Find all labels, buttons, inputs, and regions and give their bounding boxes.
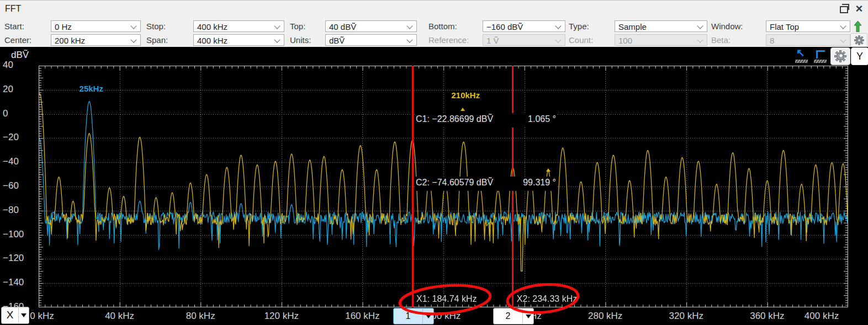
chevron-down-icon (840, 23, 846, 29)
combo-value: dBṼ (329, 36, 345, 45)
y-tick-label: −40 (3, 156, 36, 167)
c2-phase-readout: 99.319 ° (507, 178, 556, 188)
field-label-start: Start: (4, 20, 24, 33)
flag-cursor-icon (816, 50, 825, 58)
field-label-span: Span: (146, 34, 168, 46)
field-label-stop: Stop: (146, 20, 166, 33)
arrow-up-left-icon: ↖ (796, 46, 805, 59)
combo-value: 0 Hz (55, 22, 72, 31)
combo-start[interactable]: 0 Hz (51, 20, 141, 32)
cursor-flag-tool-icon[interactable] (813, 48, 828, 65)
combo-bottom[interactable]: −160 dBṼ (483, 20, 565, 32)
chevron-down-icon (130, 23, 136, 29)
dropdown-arrow[interactable] (523, 308, 533, 324)
x-tick-label: 80 kHz (174, 311, 227, 321)
combo-value: 100 (618, 36, 632, 45)
cursor-chip-2[interactable]: 2 (493, 308, 534, 324)
chevron-down-icon (274, 36, 280, 42)
combo-type[interactable]: Sample (615, 20, 707, 32)
combo-span[interactable]: 400 kHz (193, 34, 284, 46)
combo-count[interactable]: 100 (615, 34, 707, 46)
titlebar: FFT × (0, 1, 868, 18)
c2-amplitude-readout: C2: −74.60579 dBṼ (416, 178, 493, 188)
close-window-button[interactable]: × (853, 3, 866, 14)
window-title: FFT (5, 4, 21, 14)
ruler-bar-icon (814, 60, 827, 63)
cursor-chip-1[interactable]: 1 (393, 308, 434, 324)
peak-frequency-label: 210kHz (432, 90, 499, 100)
combo-units[interactable]: dBṼ (325, 34, 417, 46)
chevron-down-icon (406, 23, 412, 29)
close-icon: × (856, 4, 863, 14)
peak-marker-icon (546, 168, 551, 172)
c1-phase-readout: 1.065 ° (507, 114, 556, 124)
combo-reference[interactable]: 1 Ṽ (483, 34, 565, 46)
combo-value: −160 dBṼ (486, 22, 523, 31)
field-label-type: Type: (569, 20, 589, 33)
cursor-chip-label: 2 (494, 308, 522, 324)
combo-stop[interactable]: 400 kHz (193, 20, 284, 32)
c2-readout-row: C2: −74.60579 dBṼ99.319 ° (415, 177, 557, 191)
dropdown-arrow[interactable] (423, 308, 433, 324)
combo-beta[interactable]: 8 (766, 34, 850, 46)
x-tick-label: 40 kHz (93, 311, 146, 321)
combo-value: 200 kHz (55, 36, 85, 45)
x-axis-selector-label: X (2, 307, 18, 323)
chevron-down-icon (840, 36, 846, 42)
chevron-down-icon (274, 23, 280, 29)
y-tick-label: −100 (3, 229, 36, 240)
x-tick-label: 360 kHz (740, 311, 793, 321)
y-tick-label: −20 (3, 132, 36, 143)
field-label-center: Center: (4, 34, 31, 46)
chevron-down-icon (406, 36, 412, 42)
field-label-bottom: Bottom: (428, 20, 457, 33)
peak-frequency-label: 25kHz (58, 84, 124, 93)
field-label-beta: Beta: (711, 34, 731, 46)
chevron-down-icon (555, 36, 561, 42)
gear-icon (834, 50, 846, 62)
x-tick-label: 320 kHz (660, 311, 713, 321)
chevron-down-icon (697, 23, 703, 29)
ruler-bar-icon (795, 60, 808, 63)
x-tick-label: 280 kHz (579, 311, 632, 321)
c1-amplitude-readout: C1: −22.86699 dBṼ (416, 114, 493, 124)
restore-window-button[interactable] (837, 3, 850, 14)
cursor-chip-label: 1 (394, 308, 422, 324)
x-tick-label: 400 kHz (795, 311, 848, 321)
triangle-down-icon (426, 315, 431, 318)
x2-cursor-readout: X2: 234.33 kHz (517, 294, 577, 304)
plot-settings-button[interactable] (830, 47, 850, 65)
y-axis-unit-label: dBṼ (11, 50, 29, 61)
x-axis-selector[interactable]: X (1, 307, 29, 324)
control-bar: Start:0 HzStop:400 kHzTop:40 dBṼBottom:−… (0, 17, 868, 47)
y-tick-label: 0 (3, 108, 36, 119)
combo-value: Flat Top (770, 22, 799, 31)
fft-window: FFT × Start:0 HzStop:400 kHzTop:40 dBṼBo… (0, 0, 868, 325)
fft-settings-button[interactable] (850, 33, 867, 47)
x1-cursor-line[interactable] (412, 66, 414, 307)
field-label-count: Count: (569, 34, 593, 46)
spectrum-plot-area: dBṼ ↖ Y (0, 47, 868, 325)
combo-value: 8 (770, 36, 774, 45)
peak-marker-icon (461, 108, 465, 111)
c1-readout-row: C1: −22.86699 dBṼ1.065 ° (415, 113, 557, 127)
y-tick-label: 40 (3, 60, 36, 71)
y-tick-label: −120 (3, 253, 36, 264)
y-tick-label: −140 (3, 277, 36, 288)
cursor-arrow-tool-icon[interactable]: ↖ (794, 48, 809, 65)
y-tick-label: −60 (3, 180, 36, 191)
combo-top[interactable]: 40 dBṼ (325, 20, 417, 32)
field-label-window: Window: (711, 20, 743, 33)
dropdown-arrow[interactable] (19, 307, 29, 323)
field-label-reference: Reference: (428, 34, 469, 46)
x-tick-label: 120 kHz (255, 311, 308, 321)
combo-value: 40 dBṼ (329, 22, 356, 31)
y-tick-label: −80 (3, 205, 36, 216)
combo-center[interactable]: 200 kHz (51, 34, 141, 46)
combo-value: Sample (618, 22, 647, 31)
triangle-down-icon (526, 315, 531, 318)
y-axis-button[interactable]: Y (851, 47, 868, 65)
combo-window[interactable]: Flat Top (766, 20, 850, 32)
apply-up-arrow-icon[interactable] (854, 21, 861, 32)
x1-cursor-readout: X1: 184.74 kHz (416, 294, 477, 304)
